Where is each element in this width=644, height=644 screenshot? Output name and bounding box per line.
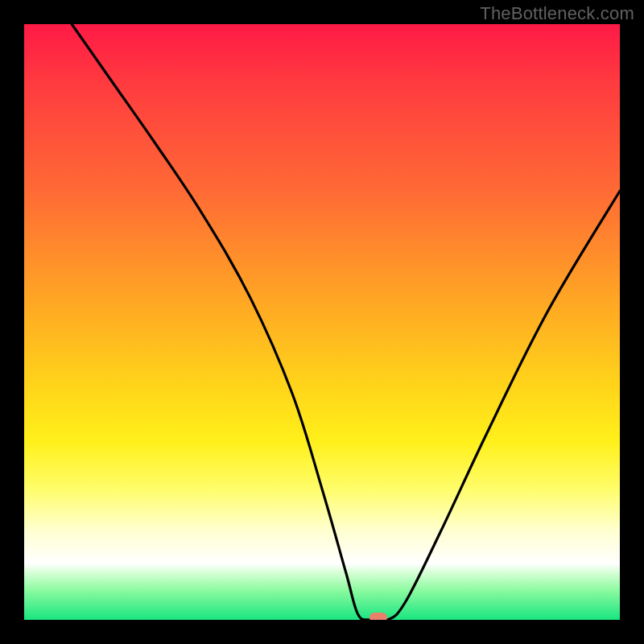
plot-area [24,24,620,620]
curve-path [72,24,620,620]
bottleneck-curve [24,24,620,620]
chart-frame: TheBottleneck.com [0,0,644,644]
watermark-text: TheBottleneck.com [480,3,634,24]
optimal-point-marker [369,613,387,620]
